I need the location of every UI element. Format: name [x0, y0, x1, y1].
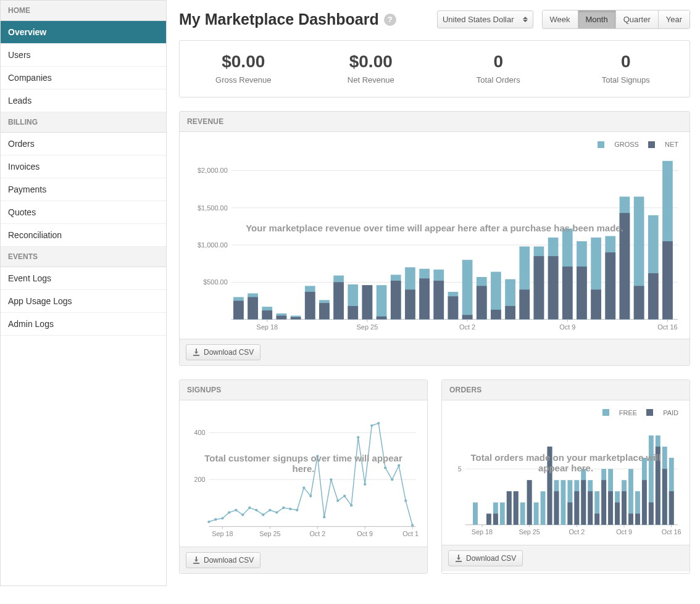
- kpi-label: Total Orders: [438, 75, 559, 85]
- svg-text:Sep 18: Sep 18: [256, 323, 278, 330]
- signups-download-csv-button[interactable]: Download CSV: [186, 552, 260, 568]
- svg-point-109: [364, 482, 366, 485]
- download-icon: [193, 349, 200, 356]
- svg-rect-156: [588, 491, 593, 524]
- svg-rect-136: [507, 491, 512, 524]
- svg-point-92: [248, 506, 251, 508]
- svg-text:Sep 25: Sep 25: [519, 528, 540, 536]
- svg-rect-24: [333, 282, 344, 319]
- svg-point-114: [398, 464, 400, 466]
- svg-point-113: [391, 478, 393, 481]
- kpi-label: Total Signups: [566, 75, 686, 85]
- svg-text:Oct 16: Oct 16: [662, 528, 681, 536]
- svg-rect-134: [500, 502, 505, 524]
- svg-rect-168: [628, 513, 633, 524]
- svg-rect-162: [608, 491, 613, 524]
- svg-point-103: [323, 516, 325, 518]
- sidebar-item-companies[interactable]: Companies: [1, 67, 166, 89]
- kpi-value: 0: [438, 52, 559, 72]
- sidebar-item-leads[interactable]: Leads: [1, 89, 166, 112]
- svg-text:Sep 18: Sep 18: [472, 528, 493, 536]
- svg-rect-60: [591, 289, 601, 319]
- svg-rect-46: [491, 310, 501, 320]
- svg-rect-64: [620, 213, 630, 319]
- sidebar-item-orders[interactable]: Orders: [1, 133, 166, 155]
- svg-rect-148: [560, 480, 565, 524]
- sidebar-item-event-logs[interactable]: Event Logs: [1, 267, 166, 290]
- svg-point-87: [214, 518, 217, 520]
- orders-card: ORDERS FREE PAID 5Sep 18Sep 25Oct 2Oct 9…: [441, 379, 690, 574]
- svg-rect-54: [548, 256, 559, 320]
- currency-select[interactable]: United States Dollar: [437, 10, 533, 28]
- svg-point-101: [309, 494, 312, 497]
- svg-point-104: [330, 478, 332, 481]
- sidebar-item-overview[interactable]: Overview: [1, 21, 166, 44]
- signups-card-title: SIGNUPS: [180, 380, 427, 400]
- svg-rect-48: [505, 305, 515, 319]
- period-quarter[interactable]: Quarter: [615, 10, 658, 28]
- svg-rect-56: [562, 267, 573, 320]
- svg-rect-58: [577, 267, 587, 320]
- svg-rect-40: [448, 296, 459, 319]
- svg-rect-180: [669, 491, 674, 524]
- svg-rect-166: [622, 491, 627, 524]
- sidebar-item-quotes[interactable]: Quotes: [1, 201, 166, 224]
- revenue-chart-body: GROSS NET $500.00$1,000.00$1,500.00$2,00…: [180, 132, 690, 339]
- svg-rect-38: [433, 280, 444, 319]
- orders-download-csv-button[interactable]: Download CSV: [448, 550, 523, 566]
- sidebar-item-payments[interactable]: Payments: [1, 178, 166, 201]
- sidebar-item-users[interactable]: Users: [1, 44, 166, 67]
- kpi-gross-revenue: $0.00Gross Revenue: [180, 41, 307, 97]
- title-controls: United States Dollar WeekMonthQuarterYea…: [437, 10, 690, 29]
- svg-text:Oct 16: Oct 16: [657, 323, 677, 330]
- svg-point-111: [377, 421, 380, 424]
- sidebar-section-header: HOME: [1, 1, 166, 21]
- svg-point-91: [241, 513, 244, 516]
- revenue-card: REVENUE GROSS NET $500.00$1,000.00$1,500…: [179, 111, 690, 366]
- svg-point-89: [228, 511, 230, 513]
- period-toggle: WeekMonthQuarterYear: [542, 10, 691, 29]
- select-caret-icon: [523, 17, 528, 22]
- svg-point-86: [207, 520, 210, 523]
- svg-rect-133: [493, 513, 498, 524]
- svg-text:$2,000.00: $2,000.00: [198, 167, 228, 174]
- svg-rect-138: [514, 491, 519, 524]
- period-month[interactable]: Month: [578, 10, 615, 28]
- svg-rect-26: [348, 305, 358, 319]
- sidebar-item-app-usage-logs[interactable]: App Usage Logs: [1, 290, 166, 313]
- svg-rect-164: [615, 502, 620, 524]
- svg-rect-36: [419, 278, 430, 319]
- main-content: My Marketplace Dashboard ? United States…: [167, 0, 690, 586]
- sidebar-item-admin-logs[interactable]: Admin Logs: [1, 313, 166, 336]
- svg-point-110: [370, 424, 373, 426]
- kpi-total-orders: 0Total Orders: [435, 41, 562, 97]
- svg-rect-52: [534, 256, 544, 320]
- sidebar-item-reconciliation[interactable]: Reconciliation: [1, 224, 166, 247]
- sidebar: HOMEOverviewUsersCompaniesLeadsBILLINGOr…: [0, 0, 167, 586]
- revenue-download-csv-button[interactable]: Download CSV: [186, 344, 260, 360]
- svg-rect-66: [634, 286, 644, 319]
- help-icon[interactable]: ?: [384, 14, 396, 26]
- kpi-value: 0: [566, 52, 686, 72]
- sidebar-section-header: EVENTS: [1, 247, 166, 267]
- svg-rect-30: [377, 316, 387, 319]
- svg-point-90: [235, 508, 237, 511]
- svg-rect-18: [291, 317, 301, 320]
- svg-rect-68: [648, 273, 659, 319]
- kpi-value: $0.00: [183, 52, 304, 72]
- svg-point-106: [343, 494, 346, 497]
- svg-rect-150: [567, 502, 572, 524]
- signups-chart-body: 200400Sep 18Sep 25Oct 2Oct 9Oct 16 Total…: [180, 400, 427, 547]
- sidebar-item-invoices[interactable]: Invoices: [1, 155, 166, 178]
- svg-text:Oct 9: Oct 9: [357, 530, 373, 537]
- sidebar-section-header: BILLING: [1, 112, 166, 133]
- svg-rect-170: [635, 513, 640, 524]
- period-week[interactable]: Week: [543, 10, 578, 28]
- svg-rect-154: [581, 480, 586, 524]
- download-icon: [193, 556, 200, 564]
- svg-rect-10: [233, 300, 244, 319]
- svg-rect-147: [554, 491, 559, 524]
- period-year[interactable]: Year: [658, 10, 690, 28]
- svg-rect-32: [391, 280, 401, 319]
- download-icon: [455, 555, 462, 562]
